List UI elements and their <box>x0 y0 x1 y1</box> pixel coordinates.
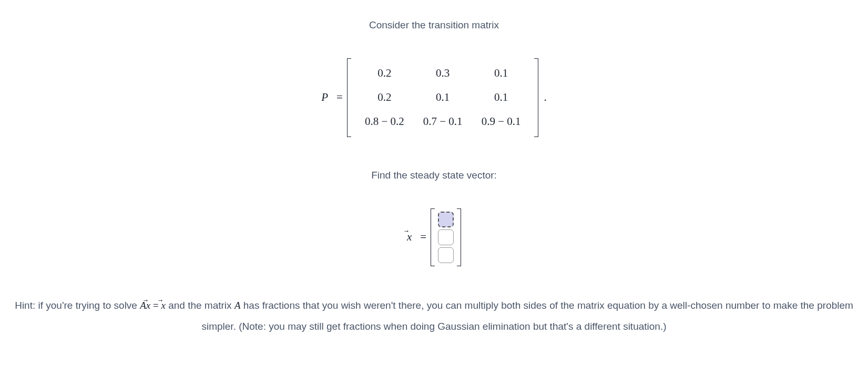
equals-sign: = <box>420 227 426 248</box>
bracket-right <box>457 208 461 266</box>
equals-sign: = <box>336 87 343 108</box>
vector-input-1[interactable] <box>438 212 454 227</box>
hint-matA: A <box>234 300 241 311</box>
vector-input-2[interactable] <box>438 229 454 245</box>
matrix-row: 0.8 − 0.2 0.7 − 0.1 0.9 − 0.1 <box>355 110 530 134</box>
hint-eq-x2: x <box>161 295 165 316</box>
matrix-label: P <box>321 87 328 108</box>
matrix-row: 0.2 0.3 0.1 <box>355 61 530 86</box>
vector-container <box>431 208 461 266</box>
matrix-cell: 0.1 <box>416 86 469 110</box>
matrix-cell: 0.1 <box>475 61 527 86</box>
matrix-cell: 0.2 <box>358 61 411 86</box>
bracket-left <box>347 58 351 137</box>
vector-input-3[interactable] <box>438 247 454 263</box>
hint-eq-A: A <box>140 300 146 311</box>
hint-text: Hint: if you're trying to solve Ax = x a… <box>5 295 863 337</box>
intro-text: Consider the transition matrix <box>5 16 863 35</box>
bracket-left <box>431 208 435 266</box>
vector-body <box>435 208 457 266</box>
hint-eq-equals: = <box>150 300 161 311</box>
matrix-equation: P = 0.2 0.3 0.1 0.2 0.1 0.1 0.8 − 0.2 0.… <box>5 58 863 137</box>
matrix-container: 0.2 0.3 0.1 0.2 0.1 0.1 0.8 − 0.2 0.7 − … <box>347 58 539 137</box>
matrix-row: 0.2 0.1 0.1 <box>355 86 530 110</box>
bracket-right <box>534 58 538 137</box>
matrix-cell: 0.1 <box>475 86 527 110</box>
vector-label: x <box>407 227 412 248</box>
matrix-period: . <box>544 87 546 108</box>
hint-eq-x1: x <box>146 295 150 316</box>
vector-equation: x = <box>5 208 863 266</box>
matrix-cell: 0.3 <box>416 61 469 86</box>
find-text: Find the steady state vector: <box>5 166 863 185</box>
matrix-cell: 0.8 − 0.2 <box>355 110 414 134</box>
matrix-cell: 0.9 − 0.1 <box>472 110 530 134</box>
matrix-cell: 0.2 <box>358 86 411 110</box>
hint-part2: and the matrix <box>166 300 234 311</box>
hint-part1: Hint: if you're trying to solve <box>15 300 140 311</box>
hint-part3: has fractions that you wish weren't ther… <box>201 300 853 332</box>
matrix-cell: 0.7 − 0.1 <box>414 110 472 134</box>
matrix-body: 0.2 0.3 0.1 0.2 0.1 0.1 0.8 − 0.2 0.7 − … <box>351 58 535 137</box>
